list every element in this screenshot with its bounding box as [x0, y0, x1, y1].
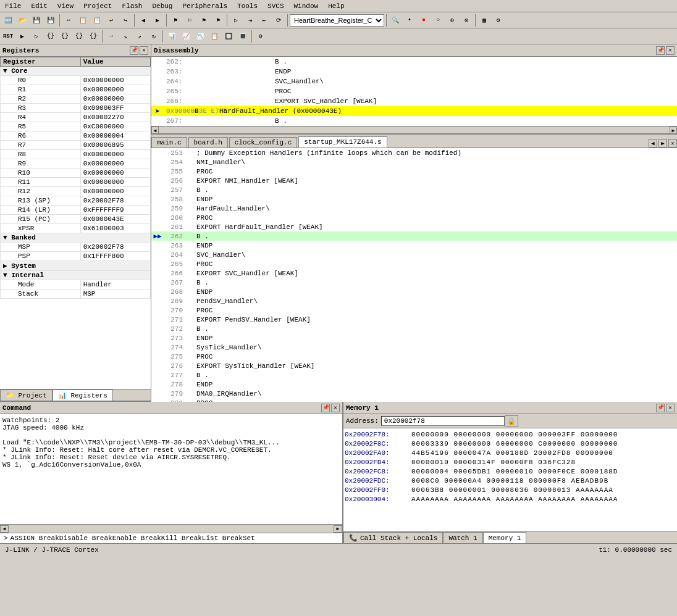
tb-brk3-btn[interactable]: {} [72, 30, 86, 43]
command-pin-btn[interactable]: 📌 [321, 404, 330, 412]
tb-dbg6-btn[interactable]: 🔳 [236, 30, 250, 43]
tab-startup[interactable]: startup_MKL17Z644.s [298, 136, 387, 148]
sep9 [162, 30, 163, 43]
menu-svcs[interactable]: SVCS [263, 1, 288, 11]
cmd-hscroll-right[interactable]: ▶ [334, 525, 342, 533]
tb-step-btn[interactable]: → [104, 30, 118, 43]
disassembly-pin-btn[interactable]: 📌 [656, 46, 665, 55]
tb-step4-btn[interactable]: ↻ [147, 30, 161, 43]
tb-r4-btn[interactable]: ⟳ [272, 14, 285, 27]
tb-stop4-btn[interactable]: ⊗ [460, 14, 473, 27]
tb-cut-btn[interactable]: ✂ [62, 14, 75, 27]
menu-file[interactable]: File [0, 1, 26, 11]
registers-header: Registers 📌 ✕ [0, 44, 151, 57]
menu-project[interactable]: Project [78, 1, 117, 11]
tb-dbg4-btn[interactable]: 📋 [208, 30, 221, 43]
tb-redo-btn[interactable]: ↪ [119, 14, 132, 27]
src-line-270: 270 PROC [151, 306, 677, 315]
tb-copy-btn[interactable]: 📋 [76, 14, 90, 27]
tb-stop2-btn[interactable]: ○ [431, 14, 445, 27]
group-system: ▶ System [1, 261, 151, 271]
registers-close-btn[interactable]: ✕ [140, 46, 148, 55]
source-panel: main.c board.h clock_config.c startup_MK… [151, 135, 677, 446]
disassembly-close-btn[interactable]: ✕ [666, 46, 675, 55]
cmd-hscroll-left[interactable]: ◀ [0, 525, 9, 533]
tb-settings-btn[interactable]: ⚙ [492, 14, 505, 27]
reg-r9-name: R9 [1, 159, 81, 169]
reg-r12-name: R12 [1, 187, 81, 196]
tab-main-c[interactable]: main.c [151, 137, 187, 148]
tb-fwd-btn[interactable]: ▶ [151, 14, 164, 27]
tb-save-btn[interactable]: 💾 [30, 14, 43, 27]
tb-new-btn[interactable]: 🆕 [1, 14, 15, 27]
menu-debug[interactable]: Debug [147, 1, 177, 11]
tb-run2-btn[interactable]: ▷ [30, 30, 43, 43]
tb-bp2-btn[interactable]: ⚐ [183, 14, 196, 27]
tab-registers[interactable]: 📊 Registers [53, 389, 113, 401]
tb-dbg3-btn[interactable]: 📉 [193, 30, 207, 43]
tb-dbg1-btn[interactable]: 📊 [165, 30, 179, 43]
menu-edit[interactable]: Edit [26, 1, 52, 11]
tab-memory1[interactable]: Memory 1 [483, 532, 527, 543]
menu-tools[interactable]: Tools [232, 1, 263, 11]
tb-run-btn[interactable]: ▶ [15, 30, 29, 43]
tb-rst-btn[interactable]: RST [1, 30, 15, 43]
menu-help[interactable]: Help [323, 1, 349, 11]
memory-close-btn[interactable]: ✕ [666, 404, 675, 412]
tb-dbg5-btn[interactable]: 🔲 [222, 30, 235, 43]
tb-bp3-btn[interactable]: ⚑ [197, 14, 211, 27]
tab-call-stack[interactable]: 📞 Call Stack + Locals [343, 532, 443, 543]
tb-stop1-btn[interactable]: ● [417, 14, 431, 27]
hscroll-left[interactable]: ◀ [151, 127, 159, 134]
disassembly-hscroll[interactable]: ◀ ▶ [151, 126, 677, 133]
memory-pin-btn[interactable]: 📌 [656, 404, 665, 412]
tb-dbg2-btn[interactable]: 📈 [179, 30, 193, 43]
tb-grid-btn[interactable]: ▦ [477, 14, 491, 27]
registers-pin-btn[interactable]: 📌 [130, 46, 138, 55]
source-close[interactable]: ✕ [668, 139, 677, 148]
reg-r0-value: 0x00000000 [80, 76, 150, 85]
tb-stop3-btn[interactable]: ⊕ [445, 14, 459, 27]
memory-addr-input[interactable] [381, 416, 505, 426]
disasm-addr-267: B [195, 107, 219, 115]
tab-watch1[interactable]: Watch 1 [443, 532, 482, 543]
tb-dot-btn[interactable]: • [403, 14, 416, 27]
tb-r3-btn[interactable]: ⇤ [258, 14, 271, 27]
group-internal: ▼ Internal [1, 271, 151, 280]
src-line-279: 279 DMA0_IRQHandler\ [151, 389, 677, 398]
tb-step2-btn[interactable]: ↘ [119, 30, 132, 43]
cmd-input-field[interactable] [11, 535, 341, 542]
menu-peripherals[interactable]: Peripherals [177, 1, 232, 11]
hscroll-right[interactable]: ▶ [670, 127, 677, 134]
project-combo[interactable]: HeartBreathe_Register_C [290, 14, 384, 27]
tab-project[interactable]: 📁 Project [0, 389, 53, 401]
menu-flash[interactable]: Flash [117, 1, 147, 11]
source-scroll-right[interactable]: ▶ [658, 139, 667, 148]
menu-window[interactable]: Window [289, 1, 324, 11]
sep8 [102, 30, 103, 43]
tb-bp4-btn[interactable]: ⚑ [211, 14, 225, 27]
tb-step3-btn[interactable]: ↗ [133, 30, 146, 43]
tab-board-h[interactable]: board.h [188, 137, 228, 148]
source-scroll-left[interactable]: ◀ [649, 139, 657, 148]
command-close-btn[interactable]: ✕ [331, 404, 340, 412]
tb-search-btn[interactable]: 🔍 [389, 14, 402, 27]
disassembly-header: Disassembly 📌 ✕ [151, 44, 677, 57]
menu-view[interactable]: View [53, 1, 78, 11]
tb-brk4-btn[interactable]: {} [86, 30, 100, 43]
tb-brk2-btn[interactable]: {} [58, 30, 72, 43]
tab-clock-config[interactable]: clock_config.c [229, 137, 297, 148]
tb-paste-btn[interactable]: 📋 [90, 14, 104, 27]
tb-r1-btn[interactable]: ▷ [229, 14, 243, 27]
src-code-253: ; Dummy Exception Handlers (infinite loo… [191, 149, 461, 157]
reg-r9: R90x00000000 [1, 159, 151, 169]
tb-saveall-btn[interactable]: 💾 [44, 14, 57, 27]
tb-open-btn[interactable]: 📂 [15, 14, 29, 27]
tb-bp1-btn[interactable]: ⚑ [169, 14, 182, 27]
tb-brk1-btn[interactable]: {} [44, 30, 57, 43]
tb-back-btn[interactable]: ◀ [137, 14, 150, 27]
tb-undo-btn[interactable]: ↩ [104, 14, 118, 27]
tb-r2-btn[interactable]: ⇥ [243, 14, 257, 27]
memory-lock-btn[interactable]: 🔒 [505, 415, 518, 427]
tb-extra1-btn[interactable]: ⚙ [254, 30, 267, 43]
